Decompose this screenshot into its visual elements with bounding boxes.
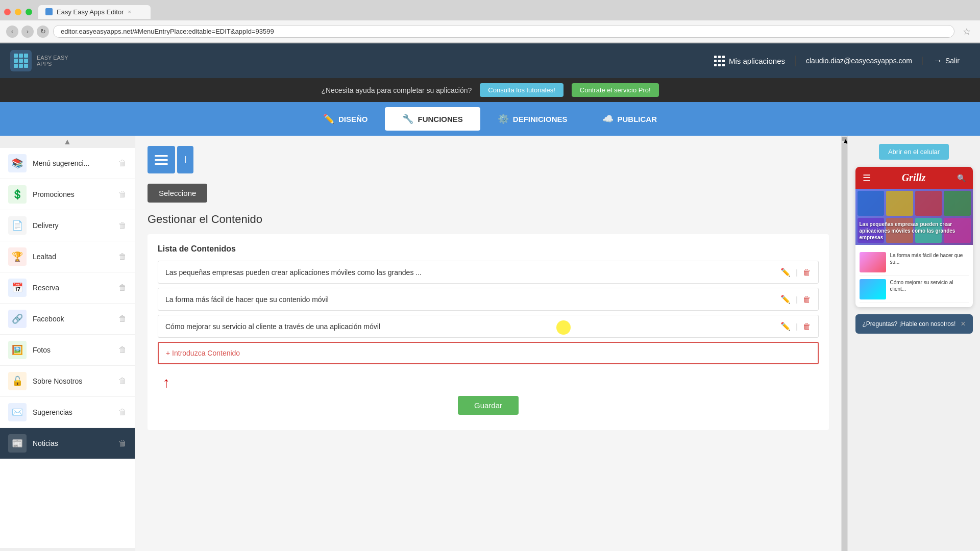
sidebar-item-sugerencias[interactable]: ✉️ Sugerencias 🗑 [0,397,135,428]
guardar-button[interactable]: Guardar [458,396,519,415]
nav-buttons: ‹ › ↻ [6,26,49,38]
chat-widget[interactable]: ¿Preguntas? ¡Hable con nosotros! × [855,314,973,334]
tab-definiciones[interactable]: ⚙️ DEFINICIONES [480,107,585,131]
scroll-up-arrow[interactable]: ▲ [842,137,847,141]
delete-facebook-icon[interactable]: 🗑 [118,314,127,323]
phone-list-item: Cómo mejorar su servicio al client... [860,276,969,303]
phone-thumb-1 [860,252,886,272]
phone-list: La forma más fácil de hacer que su... Có… [855,245,973,307]
delete-lealtad-icon[interactable]: 🗑 [118,252,127,261]
tab-favicon [45,8,53,15]
app-header: EASY EASY APPS Mis aplicaciones claudio.… [0,43,980,78]
sidebar-item-label: Facebook [33,315,64,323]
sidebar-item-facebook[interactable]: 🔗 Facebook 🗑 [0,304,135,335]
phone-list-item: La forma más fácil de hacer que su... [860,249,969,276]
sidebar-item-sobre-nosotros[interactable]: 🔓 Sobre Nosotros 🗑 [0,366,135,397]
sidebar-scroll-down[interactable]: ▼ [0,548,135,551]
delete-menu-sugerencias-icon[interactable]: 🗑 [118,159,127,168]
sidebar-item-reserva[interactable]: 📅 Reserva 🗑 [0,272,135,304]
mis-aplicaciones-button[interactable]: Mis aplicaciones [704,56,796,66]
app-logo: EASY EASY APPS [10,50,68,71]
list-item-text: Las pequeñas empresas pueden crear aplic… [165,268,775,277]
delete-item-3-button[interactable]: 🗑 [803,322,811,331]
menu-sugerencias-icon: 📚 [8,154,27,172]
phone-list-text-1: La forma más fácil de hacer que su... [890,252,969,265]
add-content-button[interactable]: + Introduzca Contenido [158,342,819,364]
fotos-icon: 🖼️ [8,341,27,359]
sidebar-item-promociones[interactable]: 💲 Promociones 🗑 [0,179,135,210]
delete-reserva-icon[interactable]: 🗑 [118,283,127,292]
edit-item-3-button[interactable]: ✏️ [780,321,791,331]
tab-definiciones-label: DEFINICIONES [513,115,568,123]
sidebar-item-label: Noticias [33,439,58,447]
list-item: Cómo mejorar su servicio al cliente a tr… [158,315,819,338]
url-input[interactable]: editor.easyeasyapps.net/#MenuEntryPlace:… [53,25,954,38]
delete-sobre-nosotros-icon[interactable]: 🗑 [118,377,127,386]
chat-close-button[interactable]: × [961,319,965,329]
delete-item-1-button[interactable]: 🗑 [803,268,811,277]
help-banner: ¿Necesita ayuda para completar su aplica… [0,78,980,102]
add-content-label: + Introduzca Contenido [166,349,240,357]
delete-sugerencias-icon[interactable]: 🗑 [118,408,127,417]
sidebar-item-noticias[interactable]: 📰 Noticias 🗑 [0,428,135,459]
sidebar-item-delivery[interactable]: 📄 Delivery 🗑 [0,210,135,241]
salir-button[interactable]: → Salir [923,56,970,66]
delete-noticias-icon[interactable]: 🗑 [118,439,127,448]
traffic-light-green[interactable] [26,9,32,15]
sidebar-item-menu-sugerencias[interactable]: 📚 Menú sugerenci... 🗑 [0,148,135,179]
sidebar-item-label: Sobre Nosotros [33,377,82,385]
list-item-actions: ✏️ | 🗑 [780,267,811,277]
facebook-icon: 🔗 [8,310,27,328]
delete-item-2-button[interactable]: 🗑 [803,295,811,304]
bookmark-icon[interactable]: ☆ [963,26,974,37]
refresh-button[interactable]: ↻ [37,26,49,38]
sidebar-scroll-up[interactable]: ▲ [0,136,135,148]
sidebar-item-label: Fotos [33,346,51,354]
separator: | [796,295,798,304]
tab-diseno[interactable]: ✏️ DISEÑO [306,107,385,131]
separator: | [796,268,798,277]
open-phone-button[interactable]: Abrir en el celular [879,144,949,160]
back-button[interactable]: ‹ [6,26,18,38]
pro-button[interactable]: Contrate el servicio Pro! [572,83,659,97]
sidebar-item-label: Menú sugerenci... [33,159,89,167]
sidebar-item-lealtad[interactable]: 🏆 Lealtad 🗑 [0,241,135,272]
header-nav: Mis aplicaciones claudio.diaz@easyeasyap… [704,56,970,66]
sidebar-item-fotos[interactable]: 🖼️ Fotos 🗑 [0,335,135,366]
arrow-indicator: ↑ [158,374,819,391]
tab-diseno-label: DISEÑO [338,115,368,123]
forward-button[interactable]: › [21,26,34,38]
traffic-light-red[interactable] [4,9,11,15]
content-wrapper: I Seleccione Gestionar el Contenido List… [135,136,847,551]
edit-item-2-button[interactable]: ✏️ [780,294,791,304]
menu-toggle-button[interactable] [148,146,175,173]
tab-publicar-label: PUBLICAR [618,115,657,123]
edit-item-1-button[interactable]: ✏️ [780,267,791,277]
browser-chrome: Easy Easy Apps Editor × ‹ › ↻ editor.eas… [0,0,980,43]
tab-publicar[interactable]: ☁️ PUBLICAR [585,107,675,131]
delete-delivery-icon[interactable]: 🗑 [118,221,127,230]
expand-toggle-button[interactable]: I [177,146,193,173]
phone-list-text-2: Cómo mejorar su servicio al client... [890,279,969,292]
seleccione-button[interactable]: Seleccione [148,184,207,203]
separator: | [796,322,798,331]
definiciones-icon: ⚙️ [498,113,509,124]
delivery-icon: 📄 [8,216,27,235]
tab-funciones[interactable]: 🔧 FUNCIONES [385,107,480,131]
list-item: La forma más fácil de hacer que su conte… [158,288,819,311]
nav-tabs: ✏️ DISEÑO 🔧 FUNCIONES ⚙️ DEFINICIONES ☁️… [0,102,980,136]
browser-tab[interactable]: Easy Easy Apps Editor × [38,5,151,19]
scrollbar[interactable]: ▲ ▼ [841,136,847,551]
help-text: ¿Necesita ayuda para completar su aplica… [321,86,472,94]
chat-text: ¿Preguntas? ¡Hable con nosotros! [863,320,956,328]
tutoriales-button[interactable]: Consulta los tutoriales! [480,83,564,97]
diseno-icon: ✏️ [323,113,334,124]
tab-close-btn[interactable]: × [128,9,131,15]
traffic-light-yellow[interactable] [15,9,21,15]
delete-promociones-icon[interactable]: 🗑 [118,190,127,199]
content-list-card: Lista de Contenidos Las pequeñas empresa… [148,234,829,430]
tab-funciones-label: FUNCIONES [418,115,462,123]
delete-fotos-icon[interactable]: 🗑 [118,345,127,355]
tab-title: Easy Easy Apps Editor [57,8,124,16]
phone-main-image: Las pequeñas empresas pueden crear aplic… [855,189,973,245]
